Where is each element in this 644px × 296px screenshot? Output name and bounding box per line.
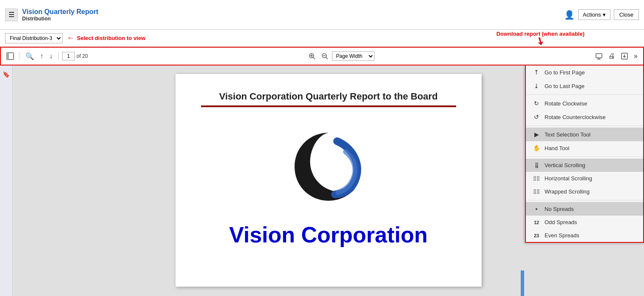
- actions-chevron-icon: ▾: [603, 11, 606, 18]
- header-left: ☰ Vision Quarterly Report Distribution: [5, 8, 98, 22]
- menu-item-vertical-scroll-label: Vertical Scrolling: [545, 162, 585, 168]
- zoom-in-icon: [309, 53, 315, 60]
- context-menu: ⤒ Go to First Page ⤓ Go to Last Page ↻ R…: [525, 65, 644, 243]
- pdf-document-title: Vision Corporation Quarterly Report to t…: [219, 91, 437, 102]
- scroll-up-button[interactable]: ↑: [38, 51, 45, 61]
- menu-item-go-first[interactable]: ⤒ Go to First Page: [526, 65, 643, 79]
- page-number-input[interactable]: 1: [62, 52, 75, 60]
- menu-item-rotate-cw-label: Rotate Clockwise: [545, 100, 587, 107]
- rotate-cw-icon: ↻: [533, 100, 540, 107]
- menu-separator-1: [526, 94, 643, 95]
- menu-item-go-last[interactable]: ⤓ Go to Last Page: [526, 79, 643, 93]
- toolbar-divider-2: [58, 52, 59, 60]
- menu-item-hand-tool-label: Hand Tool: [545, 145, 569, 151]
- rotate-ccw-icon: ↺: [533, 114, 540, 120]
- menu-item-horizontal-scroll[interactable]: ⣿⣿ Horizontal Scrolling: [526, 172, 643, 185]
- main-content: 🔖 Vision Corporation Quarterly Report to…: [0, 65, 644, 296]
- scroll-down-button[interactable]: ↓: [47, 51, 55, 61]
- toolbar-divider-1: [20, 52, 20, 60]
- distribution-annotation-text: Select distribution to view: [77, 35, 145, 41]
- more-tools-button[interactable]: »: [632, 51, 640, 61]
- menu-item-go-first-label: Go to First Page: [545, 69, 585, 76]
- page-title: Vision Quarterly Report: [22, 8, 98, 16]
- zoom-select[interactable]: Page Width Actual Size Fit Page 50% 75% …: [332, 51, 374, 61]
- menu-item-rotate-cw[interactable]: ↻ Rotate Clockwise: [526, 97, 643, 110]
- presentation-mode-button[interactable]: [593, 51, 604, 61]
- sidebar-icon: [6, 52, 14, 60]
- horizontal-scroll-icon: ⣿⣿: [533, 176, 540, 181]
- menu-item-no-spreads-label: No Spreads: [545, 206, 574, 212]
- menu-item-horizontal-scroll-label: Horizontal Scrolling: [545, 175, 592, 182]
- scroll-indicator: [521, 270, 524, 296]
- left-arrow-icon: ←: [67, 34, 74, 43]
- download-annotation: Download report (when available) ➘: [496, 31, 584, 47]
- vertical-scroll-icon: ⣿: [533, 162, 540, 168]
- menu-item-text-tool-label: Text Selection Tool: [545, 131, 590, 138]
- close-button[interactable]: Close: [614, 9, 639, 20]
- download-icon: [621, 53, 628, 60]
- menu-item-vertical-scroll[interactable]: ⣿ Vertical Scrolling: [526, 159, 643, 172]
- menu-item-wrapped-scroll-label: Wrapped Scrolling: [545, 188, 590, 195]
- menu-item-even-spreads[interactable]: 23 Even Spreads: [526, 229, 643, 242]
- distribution-select[interactable]: Final Distribution-3 Final Distribution-…: [5, 33, 62, 43]
- actions-button[interactable]: Actions ▾: [578, 9, 610, 20]
- svg-rect-9: [596, 54, 602, 58]
- svg-line-3: [313, 57, 315, 59]
- menu-item-rotate-ccw-label: Rotate Counterclockwise: [545, 114, 606, 120]
- menu-item-odd-spreads-label: Odd Spreads: [545, 219, 577, 225]
- svg-rect-1: [7, 53, 9, 60]
- text-tool-icon: ▶: [533, 131, 540, 138]
- print-button[interactable]: 🖨: [606, 51, 617, 61]
- actions-label: Actions: [583, 11, 601, 18]
- odd-spreads-icon: 12: [533, 220, 540, 225]
- svg-line-7: [326, 57, 328, 59]
- left-sidebar: 🔖: [0, 65, 13, 296]
- menu-item-odd-spreads[interactable]: 12 Odd Spreads: [526, 216, 643, 229]
- even-spreads-icon: 23: [533, 233, 540, 238]
- menu-item-text-tool[interactable]: ▶ Text Selection Tool: [526, 128, 643, 141]
- menu-item-no-spreads[interactable]: ▪ No Spreads: [526, 202, 643, 216]
- bookmarks-button[interactable]: 🔖: [1, 70, 11, 79]
- menu-item-go-last-label: Go to Last Page: [545, 83, 584, 89]
- header-right: 👤 Actions ▾ Close: [564, 9, 639, 20]
- download-button[interactable]: [619, 51, 630, 61]
- pdf-title-underline: [201, 105, 456, 107]
- menu-item-rotate-ccw[interactable]: ↺ Rotate Counterclockwise: [526, 110, 643, 124]
- menu-separator-4: [526, 200, 643, 200]
- no-spreads-icon: ▪: [533, 205, 540, 212]
- pdf-company-name: Vision Corporation: [229, 222, 428, 248]
- page-of-label: of 20: [77, 53, 88, 59]
- zoom-out-button[interactable]: 🔍: [23, 51, 36, 62]
- menu-item-wrapped-scroll[interactable]: ⣿⣿ Wrapped Scrolling: [526, 185, 643, 198]
- header-title-block: Vision Quarterly Report Distribution: [22, 8, 98, 22]
- presentation-icon: [596, 53, 602, 60]
- company-logo: [286, 124, 371, 209]
- menu-item-even-spreads-label: Even Spreads: [545, 232, 579, 239]
- zoom-out-btn2[interactable]: [319, 51, 330, 61]
- distribution-bar: Final Distribution-3 Final Distribution-…: [0, 30, 644, 47]
- distribution-annotation: ← Select distribution to view: [67, 34, 145, 43]
- menu-separator-2: [526, 125, 643, 126]
- menu-item-hand-tool[interactable]: ✋ Hand Tool: [526, 141, 643, 155]
- page-subtitle: Distribution: [22, 16, 98, 22]
- go-last-icon: ⤓: [533, 83, 540, 89]
- go-first-icon: ⤒: [533, 69, 540, 76]
- menu-separator-3: [526, 157, 643, 157]
- person-icon: 👤: [564, 10, 575, 20]
- pdf-toolbar: 🔍 ↑ ↓ 1 of 20 Page Width Actual Size Fit…: [0, 47, 644, 65]
- toggle-sidebar-button[interactable]: [4, 51, 16, 61]
- sidebar-toggle-icon[interactable]: ☰: [5, 9, 18, 21]
- wrapped-scroll-icon: ⣿⣿: [533, 189, 540, 194]
- pdf-page: Vision Corporation Quarterly Report to t…: [176, 74, 482, 287]
- header: ☰ Vision Quarterly Report Distribution 👤…: [0, 0, 644, 30]
- zoom-in-button[interactable]: [306, 51, 318, 61]
- zoom-out-icon: [321, 53, 328, 60]
- hand-tool-icon: ✋: [533, 145, 540, 151]
